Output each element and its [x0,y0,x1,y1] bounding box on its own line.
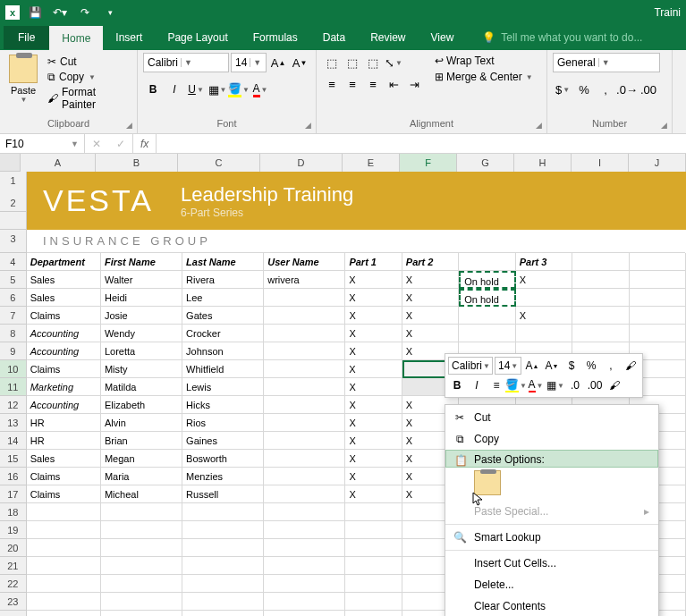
format-painter-button[interactable]: 🖌Format Painter [45,85,131,112]
cell[interactable]: Alvin [101,414,182,432]
shrink-font-icon[interactable]: A▼ [290,53,309,72]
cell[interactable] [516,289,572,307]
cell[interactable] [264,342,345,360]
align-left-icon[interactable]: ≡ [322,74,342,94]
mini-comma-icon[interactable]: , [602,357,620,375]
cell[interactable]: Josie [101,307,182,325]
tab-formulas[interactable]: Formulas [241,26,310,49]
cell[interactable]: Department [27,253,101,271]
row-header[interactable]: 12 [0,396,27,414]
formula-input[interactable] [157,134,686,153]
col-header-F[interactable]: F [400,154,457,172]
underline-button[interactable]: U▼ [186,80,206,99]
cell[interactable]: X [345,485,402,503]
row-header[interactable]: 5 [0,271,27,289]
cell[interactable]: X [402,325,459,342]
cell[interactable] [101,503,182,521]
row-header[interactable]: 2 [0,194,27,212]
cell[interactable] [27,575,101,593]
cell[interactable]: X [345,271,402,289]
cell[interactable] [572,307,629,325]
row-header[interactable]: 3 [0,230,27,253]
decrease-indent-icon[interactable]: ⇤ [384,74,403,94]
cell[interactable]: Brian [101,432,182,450]
row-header[interactable]: 21 [0,557,27,575]
mini-font-combo[interactable]: Calibri▼ [448,357,493,375]
cell[interactable] [572,253,629,271]
tell-me[interactable]: 💡Tell me what you want to do... [482,31,642,44]
font-color-button[interactable]: A▼ [250,80,270,99]
cell[interactable] [182,521,264,539]
cell[interactable] [630,325,686,342]
cell[interactable]: HR [27,414,101,432]
row-header[interactable]: 16 [0,468,27,485]
qat-customize-icon[interactable]: ▾ [100,3,120,22]
cell[interactable]: Part 3 [516,253,572,271]
cell[interactable]: Sales [27,450,101,468]
col-header-B[interactable]: B [96,154,178,172]
align-right-icon[interactable]: ≡ [363,74,383,94]
row-header[interactable]: 14 [0,432,27,450]
cell[interactable]: On hold [459,271,515,289]
row-header[interactable]: 18 [0,503,27,521]
cell[interactable]: X [345,378,402,396]
tab-review[interactable]: Review [358,26,418,49]
cell[interactable] [264,360,345,378]
mini-grow-font-icon[interactable]: A▲ [523,357,541,375]
cell[interactable]: Rivera [182,271,264,289]
cell[interactable]: Marketing [27,378,101,396]
cell[interactable] [345,575,402,593]
mini-fontcolor-icon[interactable]: A▼ [527,376,545,394]
mini-italic-icon[interactable]: I [468,376,486,394]
cell[interactable] [27,557,101,575]
cell[interactable]: wrivera [264,271,345,289]
dialog-launcher-icon[interactable]: ◢ [657,119,670,131]
percent-format-icon[interactable]: % [574,80,594,99]
cell[interactable]: Gaines [182,432,264,450]
cell[interactable] [264,539,345,557]
cell[interactable] [101,593,182,611]
cell[interactable] [182,575,264,593]
mini-shrink-font-icon[interactable]: A▼ [543,357,561,375]
select-all-corner[interactable] [0,154,21,172]
row-header[interactable]: 17 [0,485,27,503]
mini-fill-icon[interactable]: 🪣▼ [507,376,525,394]
mini-decimals-icon[interactable]: .0 [566,376,584,394]
mini-percent-icon[interactable]: % [582,357,600,375]
row-header[interactable]: 23 [0,593,27,611]
cell[interactable] [345,521,402,539]
cell[interactable] [264,468,345,485]
cell[interactable] [459,253,515,271]
cell[interactable] [182,503,264,521]
cell[interactable] [27,503,101,521]
ctx-smart-lookup[interactable]: 🔍Smart Lookup [445,527,658,548]
cell[interactable] [345,503,402,521]
paste-button[interactable]: Paste ▼ [5,53,41,118]
col-header-G[interactable]: G [457,154,514,172]
col-header-J[interactable]: J [629,154,686,172]
cell[interactable] [264,557,345,575]
cell[interactable] [264,593,345,611]
cell[interactable]: Claims [27,307,101,325]
cell[interactable]: Bosworth [182,450,264,468]
cell[interactable]: X [516,307,572,325]
row-header[interactable]: 7 [0,307,27,325]
cell[interactable]: HR [27,432,101,450]
cell[interactable]: On hold [459,289,515,307]
cell[interactable] [630,253,686,271]
cell[interactable]: X [345,342,402,360]
increase-decimal-icon[interactable]: .0→ [617,80,637,99]
cut-button[interactable]: ✂Cut [45,55,131,69]
cell[interactable]: X [345,360,402,378]
cell[interactable]: X [345,396,402,414]
row-header[interactable]: 22 [0,575,27,593]
cell[interactable] [264,414,345,432]
col-header-H[interactable]: H [514,154,572,172]
borders-button[interactable]: ▦▼ [207,80,227,99]
cell[interactable]: Matilda [101,378,182,396]
col-header-D[interactable]: D [260,154,343,172]
cell[interactable]: Lee [182,289,264,307]
cell[interactable]: Walter [101,271,182,289]
cell[interactable]: Gates [182,307,264,325]
dialog-launcher-icon[interactable]: ◢ [123,119,135,131]
